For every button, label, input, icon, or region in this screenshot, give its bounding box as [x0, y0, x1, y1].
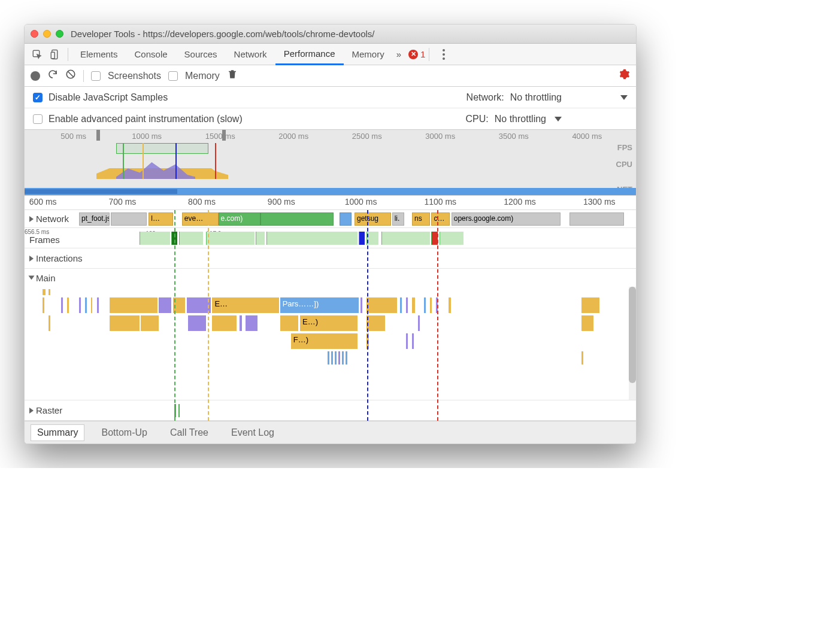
network-item[interactable]: l… — [149, 212, 172, 226]
frame[interactable] — [359, 232, 365, 245]
flame-task[interactable] — [141, 315, 159, 331]
flame-task[interactable] — [366, 297, 397, 313]
network-label: Network: — [466, 92, 504, 103]
tab-network[interactable]: Network — [226, 44, 275, 65]
tab-performance[interactable]: Performance — [275, 44, 344, 65]
minimize-icon[interactable] — [43, 30, 51, 38]
frames-row[interactable]: 656.5 ms Frames 109. ms 117.0 ms — [25, 228, 636, 248]
error-badge[interactable]: ✕ 1 — [408, 49, 425, 59]
flame-task[interactable] — [187, 297, 211, 313]
flame-task[interactable] — [188, 315, 206, 331]
reload-icon[interactable] — [47, 69, 58, 83]
network-row[interactable]: Network pt_foot.js l… eve… e.com) getsug… — [25, 210, 636, 228]
kebab-menu-icon[interactable] — [438, 49, 450, 60]
tab-memory[interactable]: Memory — [344, 44, 393, 65]
main-header-row[interactable]: Main — [25, 269, 636, 287]
tab-call-tree[interactable]: Call Tree — [164, 425, 214, 441]
cpu-throttling-dropdown[interactable]: No throttling — [495, 114, 562, 124]
network-item[interactable] — [260, 212, 333, 226]
network-item[interactable]: ns — [412, 212, 430, 226]
flame-task[interactable] — [212, 315, 236, 331]
flame-task[interactable] — [366, 315, 384, 331]
maximize-icon[interactable] — [56, 30, 63, 38]
network-bars: pt_foot.js l… eve… e.com) getsug li. ns … — [25, 212, 630, 226]
flame-task[interactable] — [280, 315, 298, 331]
frames-header[interactable]: 656.5 ms Frames — [25, 231, 60, 245]
frame[interactable] — [256, 232, 265, 245]
tab-event-log[interactable]: Event Log — [225, 425, 280, 441]
separator — [83, 70, 84, 82]
flame-task[interactable]: E… — [212, 297, 278, 313]
network-header[interactable]: Network — [25, 214, 69, 224]
tab-summary[interactable]: Summary — [31, 424, 84, 441]
network-item[interactable]: c… — [431, 212, 449, 226]
tab-console[interactable]: Console — [126, 44, 176, 65]
capture-settings-icon[interactable] — [619, 69, 630, 83]
network-item[interactable]: opers.google.com) — [452, 212, 561, 226]
overview-handle-left[interactable] — [96, 130, 100, 141]
tab-elements[interactable]: Elements — [72, 44, 126, 65]
frame[interactable] — [140, 232, 170, 245]
frame[interactable] — [266, 232, 358, 245]
tick: 4000 ms — [572, 132, 602, 141]
frame[interactable] — [366, 232, 378, 245]
frame[interactable] — [206, 232, 255, 245]
svg-rect-2 — [51, 52, 54, 59]
frame[interactable] — [179, 232, 203, 245]
network-item[interactable] — [111, 212, 147, 226]
interactions-row[interactable]: Interactions — [25, 248, 636, 269]
disclosure-icon — [29, 276, 35, 280]
network-item[interactable]: pt_foot.js — [79, 212, 110, 226]
record-button[interactable] — [31, 71, 40, 81]
flame-task[interactable] — [159, 297, 171, 313]
settings-row-paint: Enable advanced paint instrumentation (s… — [25, 108, 636, 130]
network-item[interactable]: li. — [392, 212, 404, 226]
main-label: Main — [36, 273, 56, 283]
error-icon: ✕ — [408, 50, 418, 59]
tick: 1500 ms — [205, 132, 235, 141]
network-item[interactable]: e.com) — [219, 212, 261, 226]
flame-task[interactable]: E…) — [300, 315, 358, 331]
flame-task[interactable]: F…) — [291, 333, 358, 349]
disable-js-checkbox[interactable]: ✓ — [33, 93, 43, 102]
interactions-label: Interactions — [36, 253, 83, 263]
frame[interactable] — [440, 232, 463, 245]
inspect-icon[interactable] — [28, 45, 46, 63]
flame-task[interactable] — [581, 315, 593, 331]
frame[interactable] — [431, 232, 437, 245]
trash-icon[interactable] — [227, 69, 238, 83]
network-throttling-dropdown[interactable]: No throttling — [510, 92, 628, 103]
overview-handle-right[interactable] — [222, 130, 226, 141]
network-item[interactable] — [340, 212, 352, 226]
network-item[interactable] — [569, 212, 624, 226]
network-item[interactable]: eve… — [182, 212, 219, 226]
device-toolbar-icon[interactable] — [46, 45, 64, 63]
close-icon[interactable] — [31, 30, 38, 38]
tab-sources[interactable]: Sources — [176, 44, 226, 65]
flame-task[interactable] — [581, 297, 599, 313]
scrollbar-thumb[interactable] — [629, 287, 636, 383]
tab-overflow[interactable]: » — [393, 44, 405, 65]
flame-task[interactable]: Pars……]) — [280, 297, 359, 313]
screenshots-checkbox[interactable] — [91, 71, 101, 81]
overview-ticks: 500 ms 1000 ms 1500 ms 2000 ms 2500 ms 3… — [25, 130, 636, 143]
tick: 1200 ms — [504, 197, 536, 206]
scrollbar-track[interactable] — [629, 287, 636, 400]
timeline-ruler[interactable]: 600 ms 700 ms 800 ms 900 ms 1000 ms 1100… — [25, 196, 636, 210]
raster-header[interactable]: Raster — [25, 405, 62, 415]
raster-row[interactable]: Raster — [25, 400, 636, 421]
main-header[interactable]: Main — [25, 273, 56, 283]
timeline-overview[interactable]: 500 ms 1000 ms 1500 ms 2000 ms 2500 ms 3… — [25, 130, 636, 196]
main-flame-chart[interactable]: E… Pars……]) E — [25, 287, 636, 400]
flame-task[interactable] — [246, 315, 258, 331]
tab-bottom-up[interactable]: Bottom-Up — [95, 425, 153, 441]
enable-paint-checkbox[interactable] — [33, 114, 43, 124]
flame-task[interactable] — [110, 297, 158, 313]
clear-icon[interactable] — [65, 69, 76, 83]
frame[interactable] — [381, 232, 430, 245]
memory-checkbox[interactable] — [168, 71, 178, 81]
interactions-header[interactable]: Interactions — [25, 253, 83, 263]
flame-task[interactable] — [110, 315, 140, 331]
marker-line — [174, 210, 175, 421]
network-item[interactable]: getsug — [355, 212, 391, 226]
